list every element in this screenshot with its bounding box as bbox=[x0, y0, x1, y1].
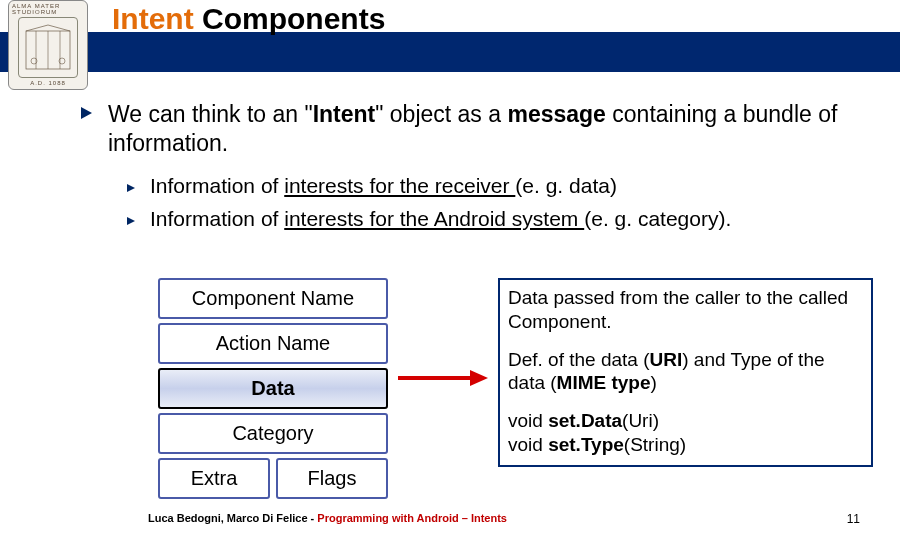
sub-bullet-1-text: Information of interests for the receive… bbox=[150, 172, 617, 199]
seal-illustration bbox=[18, 17, 78, 78]
triangle-bullet-icon bbox=[126, 179, 136, 197]
box-category: Category bbox=[158, 413, 388, 454]
title-rest: Components bbox=[194, 2, 386, 35]
seal-top-text: ALMA MATER STUDIORUM bbox=[9, 1, 87, 16]
box-data: Data bbox=[158, 368, 388, 409]
sub-bullet-1: Information of interests for the receive… bbox=[126, 172, 880, 199]
box-component-name: Component Name bbox=[158, 278, 388, 319]
svg-marker-12 bbox=[470, 370, 488, 386]
box-extra-flags-row: Extra Flags bbox=[158, 458, 388, 503]
svg-marker-10 bbox=[127, 217, 135, 225]
desc-p3: void set.Data(Uri) void set.Type(String) bbox=[508, 409, 863, 457]
footer-authors: Luca Bedogni, Marco Di Felice bbox=[148, 512, 308, 524]
slide-title: Intent Components bbox=[112, 2, 385, 36]
box-action-name: Action Name bbox=[158, 323, 388, 364]
content-area: We can think to an "Intent" object as a … bbox=[80, 100, 880, 238]
arrow-icon bbox=[396, 366, 492, 394]
box-extra: Extra bbox=[158, 458, 270, 499]
description-box: Data passed from the caller to the calle… bbox=[498, 278, 873, 467]
diagram-area: Component Name Action Name Data Category… bbox=[0, 278, 900, 498]
slide: Intent Components ALMA MATER STUDIORUM A… bbox=[0, 0, 900, 540]
desc-p1: Data passed from the caller to the calle… bbox=[508, 286, 863, 334]
title-band bbox=[0, 32, 900, 72]
sub-bullet-2-text: Information of interests for the Android… bbox=[150, 205, 731, 232]
title-word-intent: Intent bbox=[112, 2, 194, 35]
sub-bullet-list: Information of interests for the receive… bbox=[126, 172, 880, 233]
footer-text: Luca Bedogni, Marco Di Felice - Programm… bbox=[148, 512, 507, 524]
page-number: 11 bbox=[847, 512, 860, 526]
footer-course: Programming with Android – Intents bbox=[317, 512, 507, 524]
main-bullet-text: We can think to an "Intent" object as a … bbox=[108, 100, 880, 158]
desc-p2: Def. of the data (URI) and Type of the d… bbox=[508, 348, 863, 396]
triangle-bullet-icon bbox=[80, 106, 94, 120]
footer: Luca Bedogni, Marco Di Felice - Programm… bbox=[0, 512, 900, 528]
university-seal: ALMA MATER STUDIORUM A.D. 1088 bbox=[8, 0, 88, 90]
main-bullet: We can think to an "Intent" object as a … bbox=[80, 100, 880, 158]
svg-marker-9 bbox=[127, 184, 135, 192]
box-flags: Flags bbox=[276, 458, 388, 499]
svg-line-2 bbox=[48, 25, 70, 31]
intent-fields-column: Component Name Action Name Data Category… bbox=[158, 278, 388, 503]
sub-bullet-2: Information of interests for the Android… bbox=[126, 205, 880, 232]
svg-marker-8 bbox=[81, 107, 92, 119]
seal-bottom-text: A.D. 1088 bbox=[27, 79, 69, 89]
svg-line-1 bbox=[26, 25, 48, 31]
triangle-bullet-icon bbox=[126, 212, 136, 230]
